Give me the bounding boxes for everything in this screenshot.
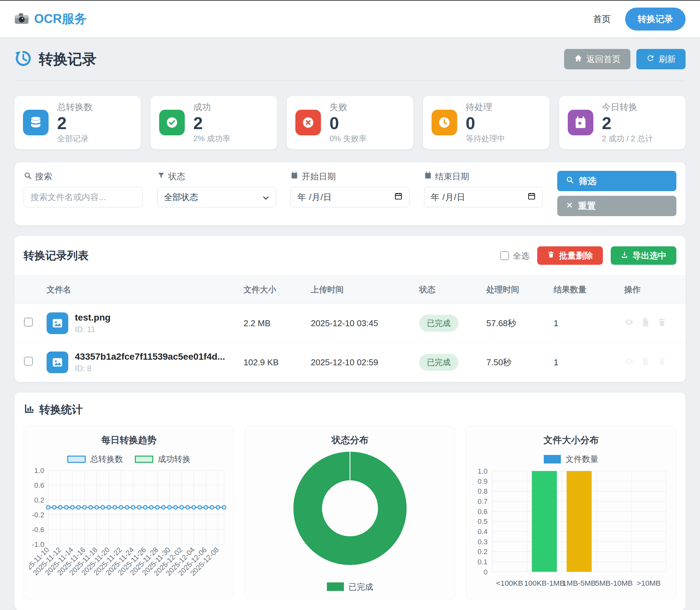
status-label: 状态 (157, 171, 276, 182)
status-field-group: 状态 全部状态 (157, 171, 276, 216)
chart-legend: 已完成 (327, 581, 373, 592)
chart-title: 每日转换趋势 (101, 434, 156, 446)
upload-time: 2025-12-10 03:45 (306, 304, 415, 343)
start-date-group: 开始日期 年 /月/日 (290, 171, 410, 216)
select-all-checkbox[interactable] (500, 251, 509, 260)
stat-card-success: 成功 2 2% 成功率 (151, 96, 277, 149)
file-name: test.png (75, 312, 111, 323)
filter-funnel-icon (157, 172, 165, 182)
view-icon[interactable] (624, 317, 634, 330)
search-input[interactable] (23, 187, 143, 207)
end-date-input[interactable]: 年 /月/日 (424, 187, 543, 207)
select-all: 全选 (500, 250, 529, 261)
nav-home-link[interactable]: 首页 (593, 13, 611, 25)
svg-text:0.6: 0.6 (478, 508, 488, 516)
file-size: 102.9 KB (239, 343, 306, 382)
statistics-title: 转换统计 (39, 402, 83, 417)
search-field-group: 搜索 (23, 171, 143, 216)
file-id: ID: 8 (75, 364, 225, 373)
calendar-icon (424, 172, 432, 182)
chart-title: 状态分布 (331, 434, 368, 446)
stat-value: 2 (193, 114, 230, 132)
apply-filter-button[interactable]: 筛选 (557, 171, 677, 191)
svg-text:1.0: 1.0 (34, 466, 44, 475)
svg-text:0.7: 0.7 (478, 497, 488, 505)
export-selected-button[interactable]: 导出选中 (611, 246, 677, 265)
end-date-label: 结束日期 (424, 171, 543, 182)
filter-buttons: 筛选 重置 (557, 171, 677, 216)
col-results: 结果数量 (549, 276, 620, 304)
navbar: OCR服务 首页 转换记录 (0, 0, 700, 37)
date-picker-icon[interactable] (527, 192, 536, 203)
status-distribution-chart: 状态分布 已完成 (245, 427, 455, 599)
result-count: 1 (549, 343, 620, 382)
svg-text:-0.6: -0.6 (32, 526, 44, 534)
file-id: ID: 11 (75, 325, 111, 334)
trash-icon[interactable] (657, 356, 667, 369)
row-checkbox[interactable] (24, 318, 33, 326)
header-divider (14, 80, 686, 81)
document-icon[interactable] (640, 356, 650, 369)
col-status: 状态 (415, 276, 482, 304)
reset-filter-button[interactable]: 重置 (557, 196, 677, 216)
svg-text:0.1: 0.1 (478, 558, 488, 566)
stat-title: 今日转换 (602, 101, 653, 113)
batch-delete-button[interactable]: 批量删除 (537, 246, 603, 265)
page-title: 转换记录 (39, 50, 97, 69)
donut-plot (294, 452, 406, 566)
refresh-icon (646, 54, 655, 65)
table-row: 43357b1a2fce7f11539ac5ee01f4d... ID: 8 1… (14, 343, 686, 382)
camera-icon (14, 13, 29, 26)
back-home-button[interactable]: 返回首页 (564, 49, 630, 69)
stat-card-total: 总转换数 2 全部记录 (14, 96, 141, 149)
svg-text:0.9: 0.9 (478, 477, 488, 485)
stat-subtitle: 等待处理中 (466, 133, 505, 144)
svg-text:0.6: 0.6 (34, 481, 44, 489)
svg-text:0.4: 0.4 (478, 528, 488, 536)
result-count: 1 (549, 304, 620, 343)
file-name: 43357b1a2fce7f11539ac5ee01f4d... (75, 352, 225, 362)
start-date-label: 开始日期 (290, 171, 410, 182)
stat-value: 2 (602, 114, 653, 132)
records-title: 转换记录列表 (23, 248, 89, 263)
brand: OCR服务 (14, 11, 87, 27)
document-icon[interactable] (640, 317, 650, 330)
svg-text:0.2: 0.2 (478, 548, 488, 556)
clock-icon (432, 110, 457, 135)
refresh-button[interactable]: 刷新 (636, 49, 686, 69)
stat-subtitle: 2% 成功率 (193, 133, 230, 144)
svg-text:0.8: 0.8 (478, 487, 488, 495)
status-badge: 已完成 (419, 315, 459, 332)
close-icon (566, 201, 573, 211)
database-icon (23, 110, 49, 135)
stat-value: 2 (57, 114, 93, 132)
svg-text:1MB-5MB: 1MB-5MB (563, 579, 596, 587)
col-filesize: 文件大小 (239, 276, 306, 304)
brand-title: OCR服务 (34, 11, 87, 27)
bar-plot: 1.00.90.80.70.60.50.40.30.20.10<100KB100… (471, 466, 671, 594)
svg-text:>10MB: >10MB (637, 579, 661, 587)
start-date-input[interactable]: 年 /月/日 (290, 187, 410, 207)
line-plot: 1.00.60.2-0.2-0.6-1.02025-11-102025-11-1… (29, 466, 229, 588)
trash-icon[interactable] (657, 317, 667, 330)
row-checkbox[interactable] (24, 357, 33, 366)
stat-value: 0 (466, 114, 505, 132)
nav-records-button[interactable]: 转换记录 (625, 7, 686, 31)
date-picker-icon[interactable] (394, 192, 403, 203)
x-circle-icon (295, 110, 321, 135)
statistics-card: 转换统计 每日转换趋势 总转换数成功转换 1.00.60.2-0.2-0.6-1… (14, 392, 686, 610)
chart-legend: 总转换数成功转换 (67, 454, 191, 465)
stat-title: 失败 (330, 101, 367, 113)
svg-text:100KB-1MB: 100KB-1MB (524, 579, 565, 587)
col-actions: 操作 (620, 276, 686, 304)
check-circle-icon (159, 110, 185, 135)
upload-time: 2025-12-10 02:59 (306, 343, 415, 382)
status-select[interactable]: 全部状态 (157, 187, 276, 207)
status-badge: 已完成 (419, 354, 459, 371)
stat-title: 成功 (193, 101, 230, 113)
col-filename: 文件名 (42, 276, 239, 304)
svg-text:0.2: 0.2 (34, 496, 44, 504)
history-icon (14, 50, 32, 69)
stat-subtitle: 0% 失败率 (330, 133, 367, 144)
view-icon[interactable] (624, 356, 634, 369)
